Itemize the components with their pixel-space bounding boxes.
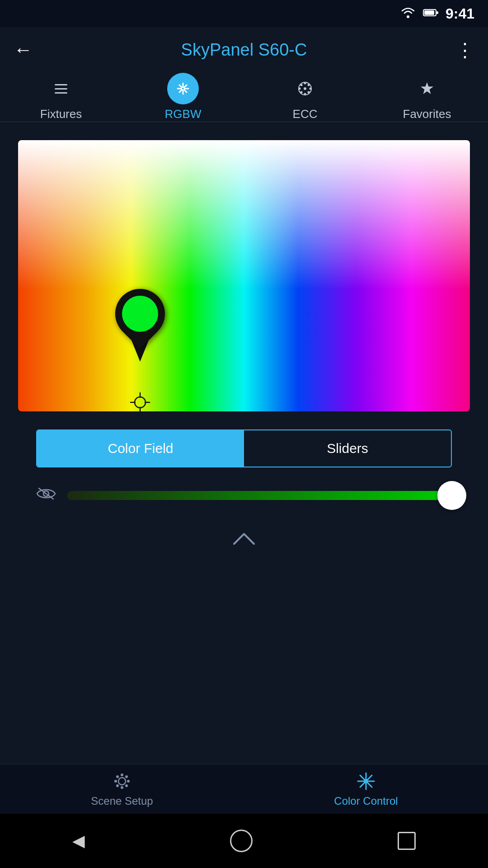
scene-setup-label: Scene Setup [91,795,153,807]
brightness-track[interactable] [67,491,452,500]
tab-fixtures-label: Fixtures [40,107,82,121]
bottom-nav: Scene Setup Color Control [0,764,488,814]
svg-rect-4 [55,84,67,85]
chevron-up-icon[interactable] [230,528,258,552]
svg-point-34 [114,780,117,783]
nav-color-control[interactable]: Color Control [244,771,488,807]
svg-rect-2 [436,11,438,14]
svg-point-44 [364,779,368,783]
chevron-row [18,528,470,552]
svg-point-20 [308,84,310,86]
svg-point-14 [304,87,306,90]
status-bar: 9:41 [0,0,488,27]
tab-fixtures[interactable]: Fixtures [0,73,122,121]
scene-setup-icon [112,771,132,791]
color-canvas [18,140,470,411]
wifi-icon [400,6,416,22]
svg-point-35 [127,780,130,783]
battery-icon [423,6,438,21]
ecc-icon-wrap [289,73,321,104]
svg-point-33 [121,786,123,789]
svg-point-37 [125,775,128,778]
svg-point-32 [121,774,123,776]
color-pin [115,289,165,362]
system-nav-bar: ◀ [0,814,488,868]
svg-point-38 [116,784,119,787]
crosshair-icon [129,391,151,411]
svg-point-24 [135,397,145,408]
sliders-button[interactable]: Sliders [244,430,451,467]
svg-point-36 [116,775,119,778]
brightness-slider-row [36,486,452,505]
svg-rect-5 [55,88,67,90]
svg-point-18 [310,88,312,90]
tab-ecc[interactable]: ECC [244,73,366,121]
svg-rect-6 [55,92,67,94]
svg-point-12 [182,88,184,90]
tab-rgbw-label: RGBW [165,107,202,121]
system-back-button[interactable]: ◀ [72,831,85,850]
rgbw-icon-wrap [167,73,199,104]
page-title: SkyPanel S60-C [181,40,307,60]
svg-point-17 [299,88,301,90]
color-control-label: Color Control [334,795,398,807]
brightness-thumb[interactable] [437,481,466,510]
svg-point-15 [304,82,306,85]
status-time: 9:41 [446,5,474,22]
favorites-icon-wrap [411,73,443,104]
svg-point-21 [300,91,303,94]
tab-bar: Fixtures RGBW [0,72,488,122]
color-control-icon [356,771,376,791]
top-bar: ← SkyPanel S60-C ⋮ [0,27,488,72]
tab-favorites-label: Favorites [403,107,451,121]
svg-point-22 [308,91,310,94]
tab-rgbw[interactable]: RGBW [122,73,244,121]
color-field-button[interactable]: Color Field [37,430,244,467]
main-content: Color Field Sliders [0,122,488,552]
system-home-button[interactable] [230,830,253,852]
svg-point-16 [304,93,306,95]
nav-scene-setup[interactable]: Scene Setup [0,771,244,807]
back-button[interactable]: ← [14,39,41,61]
eye-icon [36,486,56,505]
svg-marker-23 [421,82,433,94]
fixtures-icon-wrap [45,73,77,104]
svg-point-19 [300,84,303,86]
svg-rect-3 [424,10,434,15]
svg-point-31 [118,778,126,785]
color-white-layer [18,140,470,289]
system-recents-button[interactable] [398,832,416,850]
color-field[interactable] [18,140,470,411]
tab-favorites[interactable]: Favorites [366,73,488,121]
tab-ecc-label: ECC [293,107,318,121]
more-button[interactable]: ⋮ [447,39,474,61]
svg-point-39 [125,784,128,787]
svg-point-0 [407,15,409,18]
view-toggle: Color Field Sliders [36,429,452,467]
